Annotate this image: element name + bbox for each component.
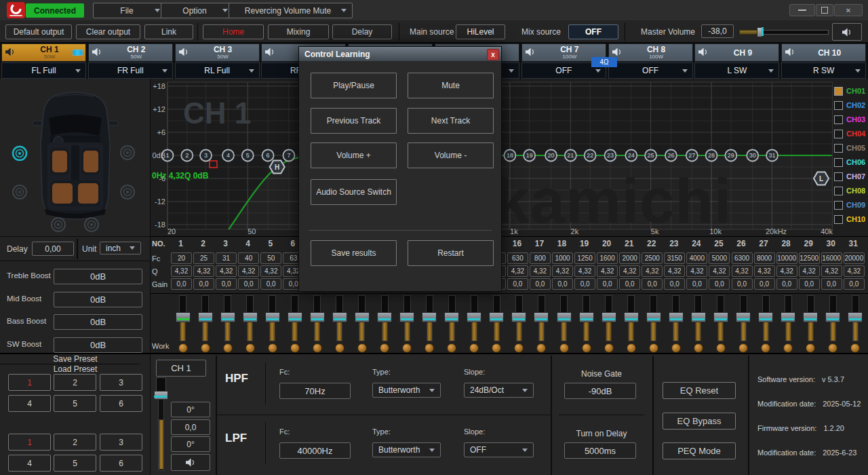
- channel-fader[interactable]: [151, 377, 171, 474]
- gain-slider-handle[interactable]: [467, 312, 481, 322]
- band-fc-field[interactable]: 3150: [664, 252, 685, 264]
- gain-slider-handle[interactable]: [825, 312, 840, 322]
- band-work-indicator[interactable]: [604, 343, 614, 353]
- legend-checkbox[interactable]: [834, 215, 843, 224]
- gain-slider-handle[interactable]: [557, 312, 572, 322]
- speaker-sw-right[interactable]: [85, 218, 98, 231]
- clear-output-button[interactable]: Clear output: [76, 24, 140, 39]
- phase-field-2[interactable]: 0°: [171, 436, 210, 452]
- legend-checkbox[interactable]: [834, 201, 843, 210]
- load-preset-button-6[interactable]: 6: [100, 455, 142, 472]
- legend-checkbox[interactable]: [834, 101, 843, 110]
- gain-slider-handle[interactable]: [288, 312, 302, 322]
- dialog-title-bar[interactable]: Control Learning: [299, 47, 501, 61]
- band-q-field[interactable]: 4,32: [507, 265, 528, 277]
- default-output-button[interactable]: Default output: [5, 24, 72, 39]
- noise-gate-field[interactable]: -90dB: [564, 383, 636, 399]
- gain-slider-handle[interactable]: [646, 312, 661, 322]
- gain-slider-handle[interactable]: [377, 312, 392, 322]
- band-work-indicator[interactable]: [828, 343, 837, 353]
- band-gain-field[interactable]: 0,0: [238, 278, 259, 290]
- gain-slider-handle[interactable]: [198, 312, 213, 322]
- legend-item-ch08[interactable]: CH08: [834, 185, 865, 196]
- band-fc-field[interactable]: 50: [260, 252, 281, 264]
- band-work-indicator[interactable]: [649, 343, 658, 353]
- gain-slider-handle[interactable]: [803, 312, 818, 322]
- band-work-indicator[interactable]: [245, 343, 255, 353]
- speaker-icon[interactable]: [5, 48, 16, 58]
- restart-button[interactable]: Restart: [408, 240, 494, 266]
- legend-item-ch01[interactable]: CH01: [834, 86, 865, 96]
- eq-reset-button[interactable]: EQ Reset: [663, 382, 736, 399]
- band-fc-field[interactable]: 2000: [619, 252, 640, 264]
- band-gain-field[interactable]: 0,0: [776, 278, 797, 290]
- gain-slider-handle[interactable]: [265, 312, 280, 322]
- band-fc-field[interactable]: 630: [507, 252, 528, 264]
- band-gain-field[interactable]: 0,0: [709, 278, 730, 290]
- band-work-indicator[interactable]: [582, 343, 591, 353]
- band-work-indicator[interactable]: [492, 343, 501, 353]
- channel-header[interactable]: CH 250W: [88, 43, 173, 62]
- channel-output-select[interactable]: FL Full: [1, 62, 86, 79]
- channel-output-select[interactable]: R SW: [781, 62, 866, 79]
- gain-slider-handle[interactable]: [399, 312, 414, 322]
- band-gain-field[interactable]: 0,0: [732, 278, 753, 290]
- band-gain-field[interactable]: 0,0: [642, 278, 663, 290]
- band-q-field[interactable]: 4,32: [193, 265, 214, 277]
- gain-slider-handle[interactable]: [355, 312, 370, 322]
- band-work-indicator[interactable]: [268, 343, 277, 353]
- band-work-indicator[interactable]: [514, 343, 524, 353]
- dialog-close-button[interactable]: x: [487, 49, 499, 60]
- lpf-type-select[interactable]: Butterworth: [372, 442, 441, 457]
- gain-slider-handle[interactable]: [601, 312, 616, 322]
- legend-item-ch03[interactable]: CH03: [834, 114, 865, 125]
- hpf-fc-field[interactable]: 70Hz: [279, 383, 351, 399]
- band-gain-field[interactable]: 0,0: [844, 278, 865, 290]
- speaker-icon[interactable]: [264, 48, 276, 58]
- band-gain-field[interactable]: 0,0: [507, 278, 528, 290]
- channel-header[interactable]: CH 10: [781, 43, 866, 62]
- save-preset-button-2[interactable]: 2: [54, 374, 96, 391]
- band-gain-field[interactable]: 0,0: [193, 278, 214, 290]
- gain-slider-handle[interactable]: [444, 312, 459, 322]
- channel-output-select[interactable]: FR Full: [88, 62, 173, 79]
- band-q-field[interactable]: 4,32: [260, 265, 281, 277]
- legend-item-ch09[interactable]: CH09: [834, 200, 865, 210]
- gain-slider-handle[interactable]: [781, 312, 795, 322]
- legend-checkbox[interactable]: [834, 115, 843, 124]
- channel-output-select[interactable]: L SW: [694, 62, 779, 79]
- menu-file[interactable]: File: [93, 3, 166, 18]
- unit-select[interactable]: inch: [100, 242, 141, 254]
- gain-slider-handle[interactable]: [422, 312, 437, 322]
- band-work-indicator[interactable]: [716, 343, 726, 353]
- band-work-indicator[interactable]: [290, 343, 300, 353]
- gain-slider-handle[interactable]: [758, 312, 773, 322]
- band-q-field[interactable]: 4,32: [216, 265, 237, 277]
- speaker-fl-selected[interactable]: [13, 147, 26, 160]
- band-gain-field[interactable]: 0,0: [619, 278, 640, 290]
- gain-slider-handle[interactable]: [310, 312, 325, 322]
- load-preset-button-1[interactable]: 1: [8, 434, 51, 451]
- band-fc-field[interactable]: 10000: [776, 252, 797, 264]
- band-q-field[interactable]: 4,32: [732, 265, 753, 277]
- band-fc-field[interactable]: 1250: [574, 252, 595, 264]
- minimize-button[interactable]: [789, 4, 815, 16]
- channel-mute-button[interactable]: [171, 454, 210, 471]
- legend-item-ch06[interactable]: CH06: [834, 157, 865, 168]
- band-fc-field[interactable]: 31: [216, 252, 237, 264]
- legend-item-ch07[interactable]: CH07: [834, 171, 865, 182]
- gain-slider-handle[interactable]: [669, 312, 684, 322]
- gain-slider-handle[interactable]: [534, 312, 549, 322]
- audio-source-switch-button[interactable]: Audio Source Switch: [311, 179, 397, 205]
- gain-slider-handle[interactable]: [332, 312, 347, 322]
- lpf-slope-select[interactable]: OFF: [464, 442, 534, 457]
- boost-value-field[interactable]: 0dB: [54, 269, 142, 284]
- volume-up-button[interactable]: Volume +: [311, 142, 397, 168]
- band-q-field[interactable]: 4,32: [844, 265, 865, 277]
- save-preset-button-3[interactable]: 3: [100, 374, 142, 391]
- channel-header[interactable]: CH 150W: [1, 43, 86, 62]
- save-results-button[interactable]: Save results: [311, 240, 397, 266]
- master-volume-slider[interactable]: [739, 27, 829, 37]
- band-gain-field[interactable]: 0,0: [216, 278, 237, 290]
- band-fc-field[interactable]: 20: [171, 252, 192, 264]
